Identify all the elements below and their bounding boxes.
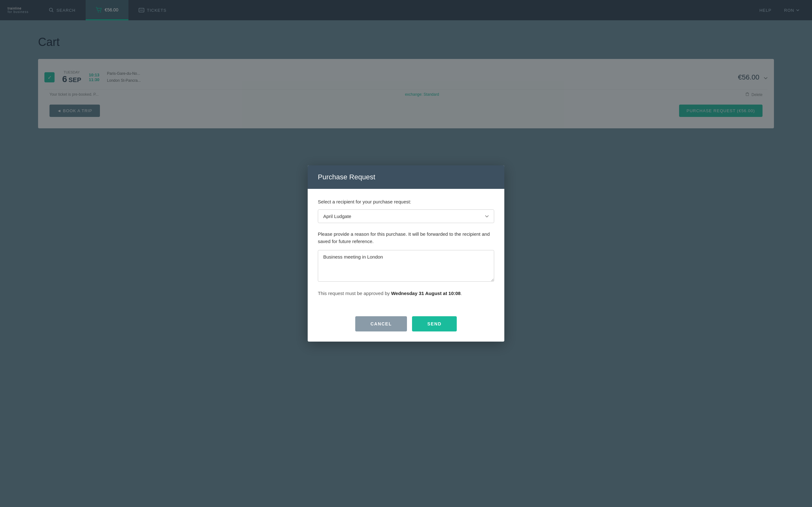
recipient-select[interactable]: April Ludgate Ben Wyatt Leslie Knope bbox=[318, 210, 494, 223]
cancel-button[interactable]: CANCEL bbox=[355, 316, 407, 331]
approval-text-post: . bbox=[461, 291, 462, 296]
approval-notice: This request must be approved by Wednesd… bbox=[318, 291, 494, 296]
purchase-request-modal: Purchase Request Select a recipient for … bbox=[308, 165, 504, 342]
send-button[interactable]: SEND bbox=[412, 316, 457, 331]
reason-label: Please provide a reason for this purchas… bbox=[318, 231, 494, 245]
modal-footer: CANCEL SEND bbox=[308, 316, 504, 342]
modal-header: Purchase Request bbox=[308, 165, 504, 189]
approval-deadline: Wednesday 31 August at 10:08 bbox=[391, 291, 461, 296]
modal-overlay: Purchase Request Select a recipient for … bbox=[0, 0, 812, 507]
reason-textarea[interactable]: Business meeting in London bbox=[318, 250, 494, 282]
approval-text-pre: This request must be approved by bbox=[318, 291, 391, 296]
recipient-label: Select a recipient for your purchase req… bbox=[318, 199, 494, 205]
modal-body: Select a recipient for your purchase req… bbox=[308, 189, 504, 316]
modal-title: Purchase Request bbox=[318, 173, 494, 181]
